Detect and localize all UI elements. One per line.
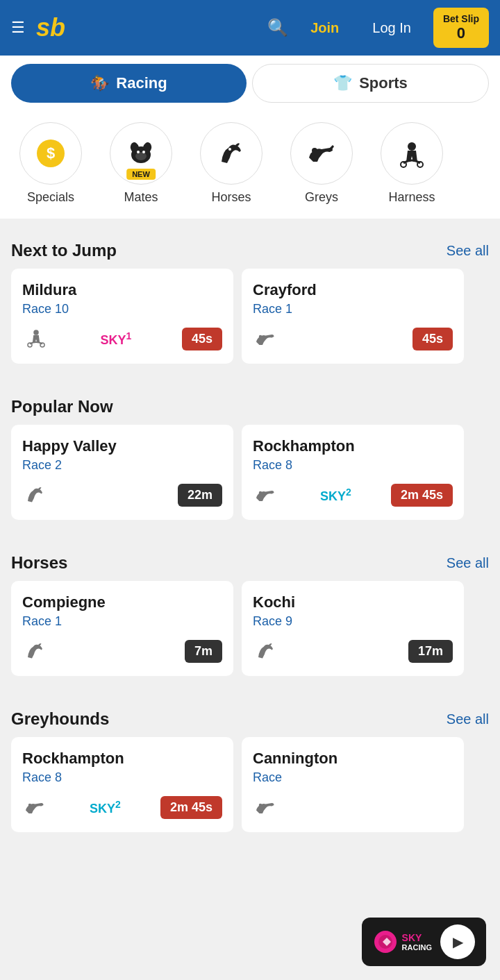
menu-icon[interactable]: ☰ xyxy=(11,19,25,37)
svg-point-8 xyxy=(228,148,231,151)
sky1-badge: SKY1 xyxy=(101,330,132,348)
specials-label: Specials xyxy=(27,190,74,205)
category-harness[interactable]: Harness xyxy=(367,122,457,205)
race-number: Race 2 xyxy=(22,458,222,473)
svg-point-7 xyxy=(142,151,145,153)
grey-race-icon xyxy=(253,326,281,351)
race-number: Race xyxy=(253,770,453,785)
greys-icon xyxy=(305,137,338,170)
next-to-jump-title: Next to Jump xyxy=(11,241,117,260)
svg-point-17 xyxy=(259,491,262,495)
race-timer: 22m xyxy=(178,484,222,507)
race-card-cannington[interactable]: Cannington Race xyxy=(242,737,464,832)
race-card-bottom: SKY2 2m 45s xyxy=(253,482,453,507)
grey-race-icon xyxy=(253,795,281,820)
race-card-bottom: SKY2 2m 45s xyxy=(22,795,222,820)
race-card-rockhampton-grey[interactable]: Rockhampton Race 8 SKY2 2m 45s xyxy=(11,737,233,832)
race-card-bottom: 7m xyxy=(22,639,222,664)
mates-icon-wrap: NEW xyxy=(110,122,172,185)
race-venue: Rockhampton xyxy=(22,750,222,768)
horse-race-icon xyxy=(22,482,50,507)
race-number: Race 9 xyxy=(253,614,453,629)
svg-point-9 xyxy=(312,148,317,153)
race-timer: 17m xyxy=(408,640,453,663)
race-number: Race 8 xyxy=(22,770,222,785)
race-card-mildura[interactable]: Mildura Race 10 SKY1 45s xyxy=(11,269,233,364)
race-card-rockhampton-popular[interactable]: Rockhampton Race 8 SKY2 2m 45s xyxy=(242,425,464,520)
mates-label: Mates xyxy=(124,190,158,205)
header: ☰ sb 🔍 Join Log In Bet Slip 0 xyxy=(0,0,500,56)
tab-bar: 🏇 Racing 👕 Sports xyxy=(0,56,500,111)
divider-4 xyxy=(0,687,500,695)
race-venue: Happy Valley xyxy=(22,437,222,455)
category-greys[interactable]: Greys xyxy=(276,122,367,205)
svg-point-13 xyxy=(33,330,39,335)
grey-race-icon xyxy=(253,482,281,507)
bet-slip-button[interactable]: Bet Slip 0 xyxy=(433,8,489,48)
bet-slip-count: 0 xyxy=(443,24,479,42)
sports-shirt-icon: 👕 xyxy=(333,74,352,92)
race-card-bottom: 17m xyxy=(253,639,453,664)
login-button[interactable]: Log In xyxy=(361,15,422,42)
sky2-badge: SKY2 xyxy=(320,487,351,504)
divider-2 xyxy=(0,375,500,383)
specials-icon-wrap: $ xyxy=(19,122,82,185)
race-timer: 45s xyxy=(182,328,222,350)
race-number: Race 8 xyxy=(253,458,453,473)
popular-now-header: Popular Now xyxy=(0,383,500,425)
category-horses[interactable]: Horses xyxy=(186,122,276,205)
popular-now-cards: Happy Valley Race 2 22m Rockhampton Race… xyxy=(0,425,500,531)
race-number: Race 1 xyxy=(22,614,222,629)
tab-racing-label: Racing xyxy=(116,74,167,92)
race-venue: Mildura xyxy=(22,281,222,299)
search-icon[interactable]: 🔍 xyxy=(267,18,288,37)
harness-label: Harness xyxy=(388,190,435,205)
horses-see-all[interactable]: See all xyxy=(447,555,489,571)
bet-slip-label: Bet Slip xyxy=(443,13,479,24)
greyhounds-header: Greyhounds See all xyxy=(0,695,500,737)
tab-racing[interactable]: 🏇 Racing xyxy=(11,64,247,103)
race-venue: Kochi xyxy=(253,593,453,611)
race-timer: 2m 45s xyxy=(391,484,453,507)
specials-icon: $ xyxy=(34,137,67,170)
next-to-jump-section: Next to Jump See all Mildura Race 10 SKY… xyxy=(0,227,500,375)
horses-cards: Compiegne Race 1 7m Kochi Race 9 17m xyxy=(0,581,500,687)
race-card-crayford[interactable]: Crayford Race 1 45s xyxy=(242,269,464,364)
new-badge: NEW xyxy=(126,169,156,180)
tab-sports[interactable]: 👕 Sports xyxy=(252,64,489,103)
category-specials[interactable]: $ Specials xyxy=(6,122,96,205)
harness-icon-wrap xyxy=(381,122,443,185)
race-card-happy-valley[interactable]: Happy Valley Race 2 22m xyxy=(11,425,233,520)
grey-race-icon xyxy=(22,795,50,820)
divider-3 xyxy=(0,531,500,539)
next-to-jump-cards: Mildura Race 10 SKY1 45s Crayford Race 1 xyxy=(0,269,500,375)
race-venue: Crayford xyxy=(253,281,453,299)
svg-text:$: $ xyxy=(47,144,55,162)
race-card-bottom: SKY1 45s xyxy=(22,326,222,351)
harness-icon xyxy=(395,137,428,170)
race-venue: Compiegne xyxy=(22,593,222,611)
horses-title: Horses xyxy=(11,553,67,573)
popular-now-title: Popular Now xyxy=(11,397,113,416)
harness-race-icon xyxy=(22,326,50,351)
brand-logo: sb xyxy=(36,13,65,42)
race-card-bottom: 22m xyxy=(22,482,222,507)
join-button[interactable]: Join xyxy=(299,15,350,42)
svg-point-10 xyxy=(408,142,416,151)
greys-icon-wrap xyxy=(290,122,353,185)
race-timer: 2m 45s xyxy=(160,796,222,819)
category-mates[interactable]: NEW Mates xyxy=(96,122,186,205)
race-card-compiegne[interactable]: Compiegne Race 1 7m xyxy=(11,581,233,676)
divider-1 xyxy=(0,219,500,227)
race-venue: Rockhampton xyxy=(253,437,453,455)
sky2-badge: SKY2 xyxy=(90,799,121,816)
next-to-jump-see-all[interactable]: See all xyxy=(447,243,489,259)
svg-point-6 xyxy=(137,151,140,153)
greyhounds-cards: Rockhampton Race 8 SKY2 2m 45s Canningto… xyxy=(0,737,500,843)
greyhounds-see-all[interactable]: See all xyxy=(447,711,489,727)
svg-point-5 xyxy=(135,152,147,160)
tab-sports-label: Sports xyxy=(359,74,408,92)
horse-race-icon xyxy=(22,639,50,664)
mates-dog-icon xyxy=(124,137,158,170)
race-card-kochi[interactable]: Kochi Race 9 17m xyxy=(242,581,464,676)
